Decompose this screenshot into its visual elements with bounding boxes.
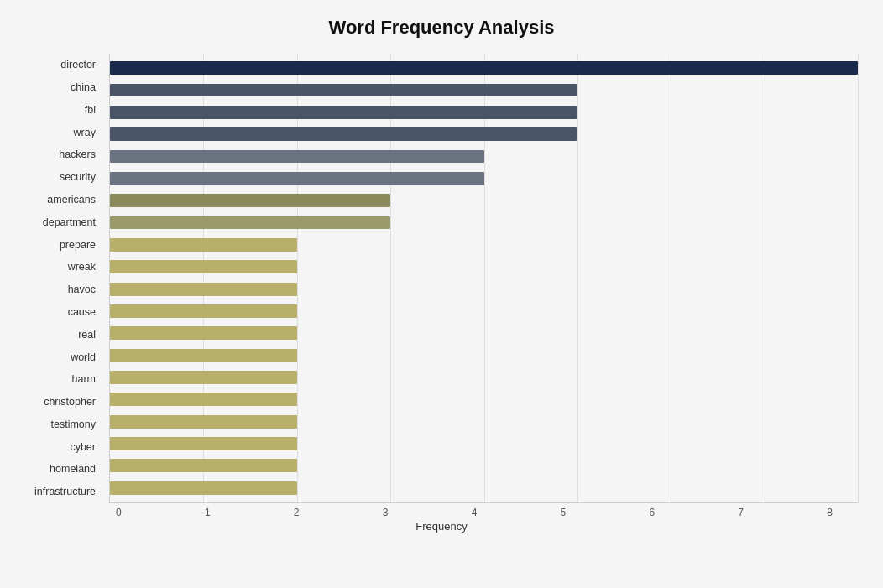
y-label: wreak <box>25 256 102 278</box>
bar-row <box>110 278 858 299</box>
bar <box>110 371 297 384</box>
bar <box>110 481 297 495</box>
bar <box>110 172 484 185</box>
bar-row <box>110 234 858 256</box>
bar-row <box>110 433 858 455</box>
bar-row <box>110 190 858 211</box>
y-label: real <box>25 324 102 346</box>
bar <box>110 393 297 406</box>
bar-row <box>110 123 858 145</box>
y-label: americans <box>25 189 102 211</box>
bar-row <box>110 79 858 101</box>
bar-row <box>110 57 858 79</box>
y-label: cause <box>25 301 102 324</box>
x-tick: 4 <box>472 507 478 518</box>
x-tick: 3 <box>383 507 389 518</box>
bar <box>110 127 577 141</box>
bar-row <box>110 367 858 388</box>
bar <box>110 216 390 230</box>
x-axis-label: Frequency <box>25 520 858 533</box>
y-label: prepare <box>25 233 102 256</box>
y-label: havoc <box>25 278 102 301</box>
gridline <box>858 54 859 502</box>
x-tick: 0 <box>116 507 122 518</box>
bar-row <box>110 145 858 167</box>
bar-row <box>110 344 858 366</box>
y-label: world <box>25 346 102 368</box>
chart-container: Word Frequency Analysis directorchinafbi… <box>0 0 883 588</box>
y-label: homeland <box>25 458 102 481</box>
bar <box>110 326 297 340</box>
x-tick: 1 <box>205 507 211 518</box>
y-label: fbi <box>25 99 102 122</box>
bar <box>110 283 297 296</box>
plot-area <box>109 54 858 503</box>
bar <box>110 415 297 429</box>
bar-row <box>110 101 858 123</box>
bar-row <box>110 411 858 433</box>
x-tick: 8 <box>827 507 833 518</box>
y-label: cyber <box>25 436 102 459</box>
y-axis: directorchinafbiwrayhackerssecurityameri… <box>25 54 109 503</box>
y-label: director <box>25 54 102 76</box>
bar <box>110 304 297 318</box>
bar <box>110 349 297 362</box>
chart-title: Word Frequency Analysis <box>25 17 858 39</box>
bar <box>110 459 297 472</box>
x-tick: 2 <box>294 507 300 518</box>
y-label: wray <box>25 121 102 143</box>
y-label: christopher <box>25 391 102 414</box>
y-label: harm <box>25 368 102 391</box>
bar <box>110 84 577 97</box>
bar <box>110 194 390 207</box>
bar-row <box>110 388 858 410</box>
y-label: department <box>25 211 102 234</box>
x-tick: 7 <box>738 507 744 518</box>
y-label: china <box>25 76 102 99</box>
bar <box>110 106 577 119</box>
bar-row <box>110 211 858 233</box>
bar-row <box>110 300 858 322</box>
x-tick: 6 <box>649 507 655 518</box>
bar-row <box>110 168 858 190</box>
bar <box>110 437 297 450</box>
y-label: infrastructure <box>25 481 102 503</box>
bar <box>110 238 297 252</box>
bar <box>110 260 297 273</box>
x-tick: 5 <box>561 507 567 518</box>
y-label: hackers <box>25 143 102 166</box>
bar <box>110 150 484 164</box>
y-label: testimony <box>25 414 102 436</box>
bar-row <box>110 322 858 344</box>
bar-row <box>110 455 858 476</box>
bar-row <box>110 477 858 499</box>
y-label: security <box>25 166 102 189</box>
bar-row <box>110 256 858 278</box>
bar <box>110 61 858 75</box>
